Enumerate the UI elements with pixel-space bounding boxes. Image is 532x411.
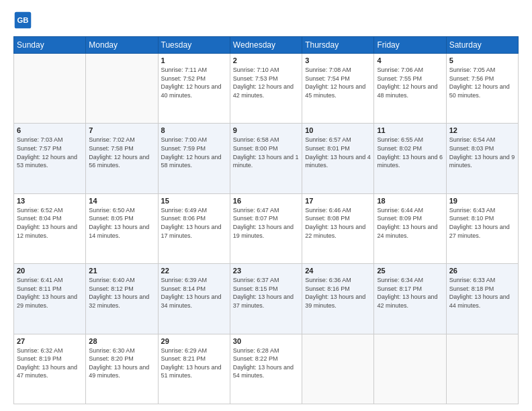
day-number: 30 bbox=[233, 337, 299, 345]
day-number: 12 bbox=[449, 126, 515, 134]
logo: GB bbox=[13, 11, 35, 30]
day-info: Sunrise: 7:06 AMSunset: 7:55 PMDaylight:… bbox=[377, 66, 443, 99]
calendar-cell: 2Sunrise: 7:10 AMSunset: 7:53 PMDaylight… bbox=[230, 54, 302, 124]
day-number: 18 bbox=[377, 197, 443, 205]
day-info: Sunrise: 7:08 AMSunset: 7:54 PMDaylight:… bbox=[305, 66, 371, 99]
calendar-cell: 17Sunrise: 6:46 AMSunset: 8:08 PMDayligh… bbox=[302, 193, 374, 263]
calendar-table: SundayMondayTuesdayWednesdayThursdayFrid… bbox=[13, 36, 519, 404]
calendar-cell: 11Sunrise: 6:55 AMSunset: 8:02 PMDayligh… bbox=[374, 124, 446, 193]
day-info: Sunrise: 6:46 AMSunset: 8:08 PMDaylight:… bbox=[305, 206, 371, 240]
day-info: Sunrise: 6:36 AMSunset: 8:16 PMDaylight:… bbox=[305, 276, 371, 310]
day-info: Sunrise: 7:00 AMSunset: 7:59 PMDaylight:… bbox=[161, 136, 227, 169]
logo-icon: GB bbox=[13, 11, 32, 30]
day-info: Sunrise: 6:49 AMSunset: 8:06 PMDaylight:… bbox=[161, 206, 227, 240]
day-number: 29 bbox=[161, 337, 227, 345]
calendar-week-row: 27Sunrise: 6:32 AMSunset: 8:19 PMDayligh… bbox=[14, 334, 519, 404]
day-number: 27 bbox=[17, 337, 83, 345]
calendar-cell: 28Sunrise: 6:30 AMSunset: 8:20 PMDayligh… bbox=[86, 334, 158, 404]
day-number: 1 bbox=[161, 56, 227, 64]
calendar-cell: 27Sunrise: 6:32 AMSunset: 8:19 PMDayligh… bbox=[14, 334, 86, 404]
day-number: 13 bbox=[17, 197, 83, 205]
day-number: 9 bbox=[233, 126, 299, 134]
calendar-cell: 6Sunrise: 7:03 AMSunset: 7:57 PMDaylight… bbox=[14, 124, 86, 193]
calendar-cell: 8Sunrise: 7:00 AMSunset: 7:59 PMDaylight… bbox=[158, 124, 230, 193]
calendar-cell bbox=[446, 334, 518, 404]
svg-text:GB: GB bbox=[17, 16, 28, 24]
day-info: Sunrise: 6:54 AMSunset: 8:03 PMDaylight:… bbox=[449, 136, 515, 169]
day-info: Sunrise: 7:05 AMSunset: 7:56 PMDaylight:… bbox=[449, 66, 515, 99]
calendar-cell: 24Sunrise: 6:36 AMSunset: 8:16 PMDayligh… bbox=[302, 264, 374, 334]
day-info: Sunrise: 6:43 AMSunset: 8:10 PMDaylight:… bbox=[449, 206, 515, 240]
calendar-cell: 19Sunrise: 6:43 AMSunset: 8:10 PMDayligh… bbox=[446, 193, 518, 263]
col-header-friday: Friday bbox=[374, 37, 446, 54]
day-number: 10 bbox=[305, 126, 371, 134]
calendar-week-row: 6Sunrise: 7:03 AMSunset: 7:57 PMDaylight… bbox=[14, 124, 519, 193]
day-number: 20 bbox=[17, 267, 83, 275]
calendar-cell: 1Sunrise: 7:11 AMSunset: 7:52 PMDaylight… bbox=[158, 54, 230, 124]
day-info: Sunrise: 6:50 AMSunset: 8:05 PMDaylight:… bbox=[89, 206, 154, 240]
calendar-cell bbox=[302, 334, 374, 404]
calendar-cell: 4Sunrise: 7:06 AMSunset: 7:55 PMDaylight… bbox=[374, 54, 446, 124]
day-info: Sunrise: 6:32 AMSunset: 8:19 PMDaylight:… bbox=[17, 347, 83, 380]
calendar-cell: 18Sunrise: 6:44 AMSunset: 8:09 PMDayligh… bbox=[374, 193, 446, 263]
col-header-sunday: Sunday bbox=[14, 37, 86, 54]
calendar-cell: 16Sunrise: 6:47 AMSunset: 8:07 PMDayligh… bbox=[230, 193, 302, 263]
day-info: Sunrise: 6:58 AMSunset: 8:00 PMDaylight:… bbox=[233, 136, 299, 169]
calendar-cell: 23Sunrise: 6:37 AMSunset: 8:15 PMDayligh… bbox=[230, 264, 302, 334]
day-info: Sunrise: 6:44 AMSunset: 8:09 PMDaylight:… bbox=[377, 206, 443, 240]
day-number: 5 bbox=[449, 56, 515, 64]
col-header-monday: Monday bbox=[86, 37, 158, 54]
calendar-cell: 22Sunrise: 6:39 AMSunset: 8:14 PMDayligh… bbox=[158, 264, 230, 334]
day-info: Sunrise: 6:33 AMSunset: 8:18 PMDaylight:… bbox=[449, 276, 515, 310]
day-info: Sunrise: 6:30 AMSunset: 8:20 PMDaylight:… bbox=[89, 347, 154, 380]
calendar-header-row: SundayMondayTuesdayWednesdayThursdayFrid… bbox=[14, 37, 519, 54]
col-header-wednesday: Wednesday bbox=[230, 37, 302, 54]
calendar-cell: 9Sunrise: 6:58 AMSunset: 8:00 PMDaylight… bbox=[230, 124, 302, 193]
day-number: 25 bbox=[377, 267, 443, 275]
day-info: Sunrise: 6:57 AMSunset: 8:01 PMDaylight:… bbox=[305, 136, 371, 169]
day-info: Sunrise: 6:52 AMSunset: 8:04 PMDaylight:… bbox=[17, 206, 83, 240]
calendar-cell: 13Sunrise: 6:52 AMSunset: 8:04 PMDayligh… bbox=[14, 193, 86, 263]
calendar-cell: 26Sunrise: 6:33 AMSunset: 8:18 PMDayligh… bbox=[446, 264, 518, 334]
calendar-cell: 12Sunrise: 6:54 AMSunset: 8:03 PMDayligh… bbox=[446, 124, 518, 193]
day-info: Sunrise: 7:11 AMSunset: 7:52 PMDaylight:… bbox=[161, 66, 227, 99]
calendar-cell bbox=[14, 54, 86, 124]
day-number: 6 bbox=[17, 126, 83, 134]
calendar-cell: 14Sunrise: 6:50 AMSunset: 8:05 PMDayligh… bbox=[86, 193, 158, 263]
day-info: Sunrise: 7:02 AMSunset: 7:58 PMDaylight:… bbox=[89, 136, 154, 169]
day-info: Sunrise: 6:29 AMSunset: 8:21 PMDaylight:… bbox=[161, 347, 227, 380]
day-number: 21 bbox=[89, 267, 154, 275]
calendar-cell bbox=[374, 334, 446, 404]
col-header-saturday: Saturday bbox=[446, 37, 518, 54]
calendar-cell: 7Sunrise: 7:02 AMSunset: 7:58 PMDaylight… bbox=[86, 124, 158, 193]
day-info: Sunrise: 6:47 AMSunset: 8:07 PMDaylight:… bbox=[233, 206, 299, 240]
day-number: 15 bbox=[161, 197, 227, 205]
day-number: 17 bbox=[305, 197, 371, 205]
calendar-cell: 5Sunrise: 7:05 AMSunset: 7:56 PMDaylight… bbox=[446, 54, 518, 124]
day-number: 14 bbox=[89, 197, 154, 205]
calendar-week-row: 13Sunrise: 6:52 AMSunset: 8:04 PMDayligh… bbox=[14, 193, 519, 263]
page: GB SundayMondayTuesdayWednesdayThursdayF… bbox=[0, 0, 532, 411]
day-number: 7 bbox=[89, 126, 154, 134]
calendar-cell: 21Sunrise: 6:40 AMSunset: 8:12 PMDayligh… bbox=[86, 264, 158, 334]
calendar-week-row: 20Sunrise: 6:41 AMSunset: 8:11 PMDayligh… bbox=[14, 264, 519, 334]
day-number: 4 bbox=[377, 56, 443, 64]
day-info: Sunrise: 6:34 AMSunset: 8:17 PMDaylight:… bbox=[377, 276, 443, 310]
col-header-thursday: Thursday bbox=[302, 37, 374, 54]
day-info: Sunrise: 6:37 AMSunset: 8:15 PMDaylight:… bbox=[233, 276, 299, 310]
day-number: 2 bbox=[233, 56, 299, 64]
day-number: 22 bbox=[161, 267, 227, 275]
day-number: 24 bbox=[305, 267, 371, 275]
calendar-cell: 15Sunrise: 6:49 AMSunset: 8:06 PMDayligh… bbox=[158, 193, 230, 263]
day-info: Sunrise: 7:10 AMSunset: 7:53 PMDaylight:… bbox=[233, 66, 299, 99]
calendar-cell: 3Sunrise: 7:08 AMSunset: 7:54 PMDaylight… bbox=[302, 54, 374, 124]
day-number: 19 bbox=[449, 197, 515, 205]
col-header-tuesday: Tuesday bbox=[158, 37, 230, 54]
day-number: 28 bbox=[89, 337, 154, 345]
day-info: Sunrise: 6:28 AMSunset: 8:22 PMDaylight:… bbox=[233, 347, 299, 380]
day-number: 3 bbox=[305, 56, 371, 64]
day-number: 23 bbox=[233, 267, 299, 275]
day-info: Sunrise: 6:55 AMSunset: 8:02 PMDaylight:… bbox=[377, 136, 443, 169]
day-info: Sunrise: 6:40 AMSunset: 8:12 PMDaylight:… bbox=[89, 276, 154, 310]
header: GB bbox=[13, 11, 519, 30]
